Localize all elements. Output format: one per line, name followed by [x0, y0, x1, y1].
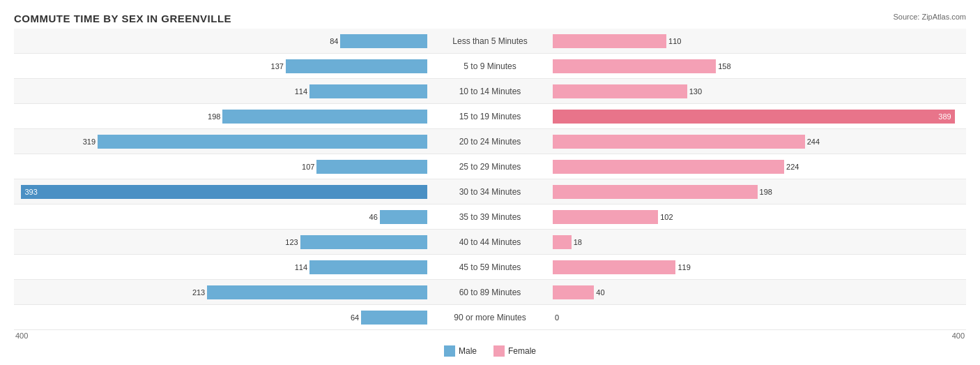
table-row: 123 40 to 44 Minutes 18: [14, 230, 966, 255]
right-half: 389: [553, 104, 966, 128]
legend-female: Female: [493, 345, 536, 357]
bar-female: 18: [553, 235, 572, 249]
left-half: 123: [14, 230, 427, 254]
axis-labels: 400 400: [14, 332, 966, 340]
rows-area: 84 Less than 5 Minutes 110 137 5 to 9 Mi…: [14, 29, 966, 330]
bar-female: 389: [553, 110, 955, 124]
bar-female: 198: [553, 185, 758, 199]
female-value-label: 198: [760, 188, 772, 196]
table-row: 46 35 to 39 Minutes 102: [14, 204, 966, 230]
male-value-label: 137: [271, 62, 284, 70]
left-half: 114: [14, 255, 427, 279]
left-half: 213: [14, 280, 427, 304]
right-half: 224: [553, 154, 966, 179]
bar-female: 244: [553, 135, 805, 149]
bar-male: 107: [316, 160, 427, 174]
legend: Male Female: [14, 345, 966, 357]
female-value-label: 224: [786, 163, 799, 171]
right-half: 119: [553, 255, 966, 279]
male-value-label: 114: [295, 87, 307, 96]
bar-male: 123: [300, 235, 427, 249]
right-half: 40: [553, 280, 966, 304]
source-label: Source: ZipAtlas.com: [893, 13, 966, 21]
axis-right: 400: [952, 332, 965, 340]
row-category-label: 35 to 39 Minutes: [427, 212, 553, 222]
right-half: 110: [553, 29, 966, 53]
male-value-label: 64: [351, 313, 359, 322]
male-value-label: 46: [369, 213, 378, 221]
female-value-label: 102: [660, 213, 673, 221]
bar-male: 114: [309, 260, 427, 274]
row-category-label: 30 to 34 Minutes: [427, 187, 553, 197]
male-value-label: 114: [295, 263, 307, 271]
bar-female: 224: [553, 160, 784, 174]
female-swatch: [493, 345, 505, 357]
bar-female: 119: [553, 260, 675, 274]
table-row: 213 60 to 89 Minutes 40: [14, 280, 966, 305]
female-value-label: 158: [718, 62, 730, 70]
left-half: 64: [14, 305, 427, 329]
left-half: 393: [14, 179, 427, 204]
bar-female: 130: [553, 84, 687, 98]
table-row: 137 5 to 9 Minutes 158: [14, 54, 966, 79]
female-value-label: 389: [938, 112, 951, 121]
chart-container: COMMUTE TIME BY SEX IN GREENVILLE Source…: [0, 0, 980, 365]
male-value-label: 213: [192, 288, 205, 297]
bar-female: 110: [553, 34, 666, 48]
bar-male: 114: [309, 84, 427, 98]
bar-male: 393: [21, 185, 427, 199]
table-row: 319 20 to 24 Minutes 244: [14, 129, 966, 154]
female-value-label: 244: [807, 137, 820, 146]
table-row: 393 30 to 34 Minutes 198: [14, 179, 966, 204]
table-row: 107 25 to 29 Minutes 224: [14, 154, 966, 179]
left-half: 107: [14, 154, 427, 179]
male-value-label: 123: [285, 238, 298, 246]
male-value-label: 393: [24, 188, 37, 196]
right-half: 244: [553, 129, 966, 154]
bar-female: 40: [553, 285, 594, 299]
bar-male: 64: [361, 311, 427, 325]
male-value-label: 198: [208, 112, 220, 121]
female-value-label: 18: [574, 238, 582, 246]
bar-male: 84: [340, 34, 427, 48]
left-half: 319: [14, 129, 427, 154]
bar-female: 102: [553, 210, 658, 224]
table-row: 84 Less than 5 Minutes 110: [14, 29, 966, 54]
row-category-label: 90 or more Minutes: [427, 313, 553, 322]
left-half: 198: [14, 104, 427, 128]
left-half: 84: [14, 29, 427, 53]
row-category-label: 60 to 89 Minutes: [427, 288, 553, 297]
right-half: 0: [553, 305, 966, 329]
row-category-label: Less than 5 Minutes: [427, 36, 553, 46]
table-row: 114 10 to 14 Minutes 130: [14, 79, 966, 104]
bar-female: 158: [553, 59, 716, 73]
row-category-label: 10 to 14 Minutes: [427, 87, 553, 96]
male-swatch: [444, 345, 455, 357]
bar-male: 137: [286, 59, 427, 73]
female-value-label: 0: [555, 313, 559, 322]
row-category-label: 40 to 44 Minutes: [427, 237, 553, 247]
male-value-label: 319: [83, 137, 95, 146]
legend-male-label: Male: [459, 346, 477, 356]
female-value-label: 119: [677, 263, 690, 271]
table-row: 64 90 or more Minutes 0: [14, 305, 966, 330]
row-category-label: 5 to 9 Minutes: [427, 61, 553, 71]
bar-male: 46: [380, 210, 427, 224]
axis-left: 400: [15, 332, 28, 340]
bar-male: 198: [222, 110, 427, 124]
bar-male: 319: [98, 135, 427, 149]
male-value-label: 107: [302, 163, 314, 171]
row-category-label: 20 to 24 Minutes: [427, 137, 553, 147]
bar-male: 213: [207, 285, 427, 299]
left-half: 46: [14, 204, 427, 229]
chart-title: COMMUTE TIME BY SEX IN GREENVILLE: [14, 13, 966, 24]
row-category-label: 15 to 19 Minutes: [427, 112, 553, 121]
female-value-label: 110: [668, 37, 681, 45]
table-row: 198 15 to 19 Minutes 389: [14, 104, 966, 129]
left-half: 137: [14, 54, 427, 78]
table-row: 114 45 to 59 Minutes 119: [14, 255, 966, 280]
right-half: 18: [553, 230, 966, 254]
male-value-label: 84: [330, 37, 338, 45]
legend-female-label: Female: [508, 346, 536, 356]
left-half: 114: [14, 79, 427, 103]
